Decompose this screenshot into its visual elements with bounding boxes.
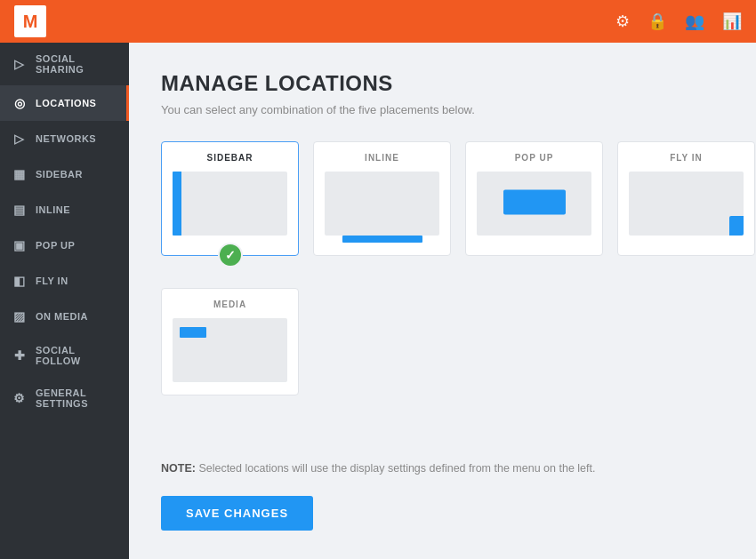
- media-preview-bar: [180, 327, 206, 338]
- note-section: NOTE: Selected locations will use the di…: [161, 462, 724, 475]
- card-label-inline: INLINE: [325, 153, 439, 163]
- sidebar-item-label: INLINE: [36, 204, 70, 215]
- sidebar-item-label: GENERAL SETTINGS: [36, 387, 117, 409]
- topbar: M ⚙ 🔒 👥 📊: [0, 0, 756, 43]
- locations-icon: ◎: [12, 96, 27, 110]
- sidebar-item-sidebar[interactable]: ▦ SIDEBAR: [0, 156, 129, 192]
- flyin-icon: ◧: [12, 274, 27, 288]
- inline-preview-bar: [342, 236, 422, 243]
- flyin-preview-box: [729, 216, 744, 236]
- selected-checkmark: ✓: [218, 243, 243, 268]
- sidebar-preview-bar: [173, 172, 181, 236]
- general-settings-icon: ⚙: [12, 391, 27, 405]
- sidebar-item-label: NETWORKS: [36, 133, 96, 144]
- page-title: Manage Locations: [161, 71, 724, 96]
- sidebar-item-label: POP UP: [36, 240, 75, 251]
- sidebar-item-locations[interactable]: ◎ LOCATIONS: [0, 85, 129, 121]
- sidebar-item-label: FLY IN: [36, 276, 68, 286]
- card-label-sidebar: SIDEBAR: [173, 153, 287, 163]
- social-sharing-icon: ▷: [12, 57, 27, 71]
- card-preview-popup: [477, 172, 591, 236]
- users-icon[interactable]: 👥: [685, 12, 704, 31]
- sidebar-item-on-media[interactable]: ▨ ON MEDIA: [0, 299, 129, 334]
- popup-preview-box: [503, 190, 566, 215]
- card-label-popup: POP UP: [477, 153, 591, 163]
- content-area: Manage Locations You can select any comb…: [129, 43, 756, 559]
- sidebar-item-flyin[interactable]: ◧ FLY IN: [0, 263, 129, 299]
- logo[interactable]: M: [14, 5, 46, 37]
- networks-icon: ▷: [12, 132, 27, 146]
- note-prefix: NOTE:: [161, 462, 196, 475]
- sidebar-item-label: SIDEBAR: [36, 169, 83, 180]
- location-card-media[interactable]: MEDIA: [161, 288, 299, 395]
- card-label-media: MEDIA: [173, 299, 287, 309]
- card-preview-flyin: [629, 172, 744, 236]
- sidebar-item-networks[interactable]: ▷ NETWORKS: [0, 121, 129, 156]
- note-text: Selected locations will use the display …: [198, 462, 595, 475]
- location-card-sidebar[interactable]: SIDEBAR ✓: [161, 141, 299, 256]
- location-card-flyin[interactable]: FLY IN: [617, 141, 755, 256]
- sidebar-item-popup[interactable]: ▣ POP UP: [0, 228, 129, 263]
- social-follow-icon: ✚: [12, 348, 27, 363]
- sidebar-icon: ▦: [12, 167, 27, 181]
- main-layout: ▷ SOCIAL SHARING ◎ LOCATIONS ▷ NETWORKS …: [0, 43, 756, 559]
- save-changes-button[interactable]: Save Changes: [161, 496, 313, 531]
- card-preview-media: [173, 318, 287, 382]
- gear-icon[interactable]: ⚙: [615, 12, 630, 31]
- sidebar-item-social-sharing[interactable]: ▷ SOCIAL SHARING: [0, 43, 129, 85]
- sidebar-item-social-follow[interactable]: ✚ SOCIAL FOLLOW: [0, 334, 129, 377]
- topbar-icons: ⚙ 🔒 👥 📊: [615, 12, 742, 31]
- chart-icon[interactable]: 📊: [722, 12, 742, 31]
- sidebar-item-general-settings[interactable]: ⚙ GENERAL SETTINGS: [0, 377, 129, 419]
- sidebar-item-label: SOCIAL FOLLOW: [36, 345, 117, 366]
- sidebar-nav: ▷ SOCIAL SHARING ◎ LOCATIONS ▷ NETWORKS …: [0, 43, 129, 559]
- on-media-icon: ▨: [12, 309, 27, 323]
- location-cards-row-2: MEDIA: [161, 288, 724, 395]
- sidebar-item-label: SOCIAL SHARING: [36, 53, 117, 75]
- card-label-flyin: FLY IN: [629, 153, 744, 163]
- card-preview-inline: [325, 172, 439, 236]
- location-card-popup[interactable]: POP UP: [465, 141, 603, 256]
- lock-icon[interactable]: 🔒: [647, 12, 667, 31]
- sidebar-item-label: LOCATIONS: [36, 98, 96, 108]
- popup-icon: ▣: [12, 238, 27, 252]
- page-subtitle: You can select any combination of the fi…: [161, 103, 724, 116]
- inline-icon: ▤: [12, 203, 27, 217]
- location-card-inline[interactable]: INLINE: [313, 141, 451, 256]
- card-preview-sidebar: [173, 172, 287, 236]
- sidebar-item-label: ON MEDIA: [36, 311, 88, 322]
- location-cards-row: SIDEBAR ✓ INLINE POP UP: [161, 141, 724, 256]
- sidebar-item-inline[interactable]: ▤ INLINE: [0, 192, 129, 228]
